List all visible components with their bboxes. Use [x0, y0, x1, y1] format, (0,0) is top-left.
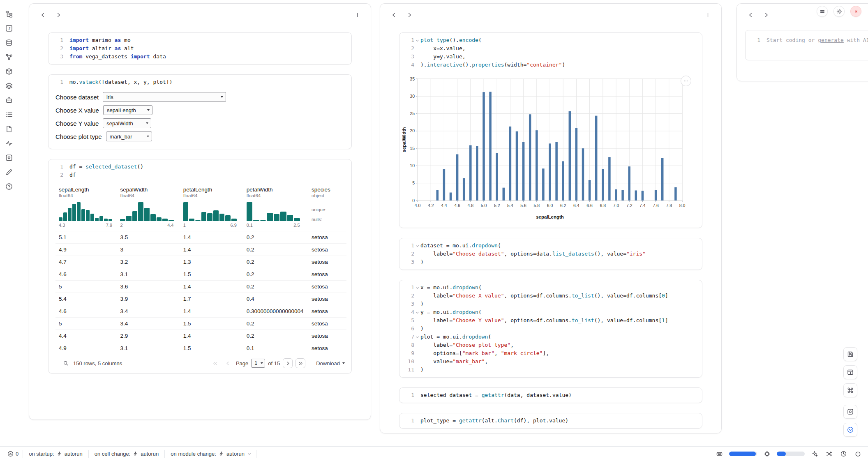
line-number: 4	[404, 61, 414, 69]
prev-page-button[interactable]	[223, 358, 233, 368]
fold-chevron-icon[interactable]	[414, 242, 420, 250]
error-count-chip[interactable]: 0	[3, 451, 23, 457]
sidebar-item-datasources[interactable]	[5, 39, 14, 47]
sidebar-item-scratchpad[interactable]	[5, 154, 14, 162]
table-row: 4.42.91.40.2setosa	[55, 330, 346, 342]
column-header-sepalLength[interactable]: sepalLengthfloat644.37.9	[55, 184, 117, 231]
column-2-cells: 1plot_type().encode(2 x=x.value,3 y=y.va…	[380, 22, 721, 429]
table-cell: 0.2	[243, 330, 308, 342]
column-2-next-button[interactable]	[404, 9, 415, 20]
sidebar-item-layers[interactable]	[5, 82, 14, 90]
generate-with-ai-link[interactable]: generate	[818, 37, 844, 43]
sidebar-item-logs[interactable]	[5, 139, 14, 148]
scroll-to-cell-button[interactable]	[843, 423, 857, 437]
plot-type-select[interactable]: mark_bar	[106, 131, 152, 141]
code-editor[interactable]: 1dataset = mo.ui.dropdown(2 label="Choos…	[399, 238, 702, 270]
column-1-add-cell-button[interactable]	[352, 9, 362, 20]
dataframe-table: sepalLengthfloat644.37.9sepalWidthfloat6…	[55, 184, 346, 354]
keyboard-shortcuts-button[interactable]	[843, 383, 857, 397]
new-cell-editor[interactable]: 1 Start coding or generate with AI	[745, 30, 868, 60]
history-button[interactable]	[839, 449, 848, 459]
help-icon	[5, 183, 14, 190]
code-line: plot_type().encode(	[420, 36, 482, 44]
code-editor[interactable]: 1selected_dataset = getattr(data, datase…	[399, 388, 702, 403]
save-icon	[847, 351, 854, 357]
fold-chevron-icon[interactable]	[414, 284, 420, 292]
shuffle-button[interactable]	[824, 449, 833, 459]
code-editor[interactable]: 1import marimo as mo2import altair as al…	[48, 33, 351, 64]
first-page-button[interactable]	[210, 358, 220, 368]
code-editor[interactable]: 1mo.vstack([dataset, x, y, plot])	[48, 75, 351, 90]
menu-button[interactable]	[817, 6, 828, 17]
page-select[interactable]: 1	[251, 359, 265, 368]
config-label: on startup:	[29, 451, 54, 457]
table-search-button[interactable]	[61, 358, 71, 368]
code-editor[interactable]: 1x = mo.ui.dropdown(2 label="Choose X va…	[399, 280, 702, 377]
last-page-button[interactable]	[295, 358, 305, 368]
x-value-select[interactable]: sepalLength	[103, 105, 152, 115]
table-cell: 5	[55, 281, 117, 293]
fold-chevron-icon[interactable]	[414, 333, 420, 341]
column-header-species[interactable]: speciesobjectunique:nulls:	[308, 184, 346, 231]
sidebar-item-documentation[interactable]	[5, 125, 14, 133]
column-2-add-cell-button[interactable]	[702, 9, 713, 20]
column-header-petalWidth[interactable]: petalWidthfloat640.12.5	[243, 184, 308, 231]
editor-placeholder: Start coding or generate with AI	[766, 36, 868, 54]
table-cell: 3.4	[117, 305, 180, 318]
code-editor[interactable]: 1plot_type().encode(2 x=x.value,3 y=y.va…	[399, 33, 702, 72]
y-value-select[interactable]: sepalWidth	[103, 118, 151, 128]
column-2-prev-button[interactable]	[388, 9, 399, 20]
sidebar-item-help[interactable]	[5, 182, 14, 191]
column-dtype: float64	[120, 193, 176, 198]
runtime-config-on-cell-change[interactable]: on cell change:autorun	[89, 451, 165, 457]
chart-output: 051015202530354.04.24.44.64.85.05.25.45.…	[399, 72, 702, 228]
shutdown-button[interactable]	[850, 6, 861, 17]
line-number: 3	[404, 300, 414, 308]
code-editor[interactable]: 1plot_type = getattr(alt.Chart(df), plot…	[399, 413, 702, 428]
column-header-sepalWidth[interactable]: sepalWidthfloat6424.4	[117, 184, 180, 231]
dataset-select[interactable]: iris	[103, 92, 226, 102]
panel-layout-button[interactable]	[843, 365, 857, 379]
minimap-button[interactable]	[843, 405, 857, 419]
runtime-config-on-module-change[interactable]: on module change:autorun	[165, 451, 256, 457]
floating-controls-lower	[843, 405, 857, 437]
table-cell: 3.1	[117, 268, 180, 281]
altair-chart-container[interactable]: 051015202530354.04.24.44.64.85.05.25.45.…	[401, 74, 699, 223]
altair-bar-chart[interactable]: 051015202530354.04.24.44.64.85.05.25.45.…	[401, 74, 689, 221]
dropdown-row: Choose Y valuesepalWidth	[55, 118, 344, 128]
fold-chevron-icon[interactable]	[414, 308, 420, 316]
code-editor[interactable]: 1df = selected_dataset()2df	[48, 159, 351, 182]
chart-actions-button[interactable]	[681, 76, 691, 86]
column-header-petalLength[interactable]: petalLengthfloat6416.9	[180, 184, 243, 231]
fold-chevron-icon[interactable]	[414, 36, 420, 44]
sidebar-item-dependency-graph[interactable]	[5, 53, 14, 61]
table-cell: 1.4	[180, 231, 243, 244]
column-3-prev-button[interactable]	[745, 9, 756, 20]
code-line: df = selected_dataset()	[69, 163, 143, 171]
line-number: 2	[404, 250, 414, 258]
shutdown-button[interactable]	[853, 449, 862, 459]
sidebar-item-table-of-contents[interactable]	[5, 111, 14, 119]
next-page-button[interactable]	[283, 358, 293, 368]
page-count-label: of 15	[268, 360, 280, 366]
memory-usage-meter	[777, 452, 805, 456]
settings-button[interactable]	[833, 6, 845, 17]
document-icon	[5, 125, 14, 133]
save-button[interactable]	[843, 347, 857, 361]
table-cell: setosa	[308, 231, 346, 244]
ai-sparkle-button[interactable]	[810, 449, 819, 459]
table-cell: 4.6	[55, 305, 117, 318]
sidebar-item-snippets[interactable]	[5, 168, 14, 176]
runtime-config-on-startup[interactable]: on startup:autorun	[23, 451, 88, 457]
column-1-prev-button[interactable]	[37, 9, 48, 20]
sidebar-item-functions[interactable]: f	[5, 24, 14, 32]
sidebar-item-file-explorer[interactable]	[5, 10, 14, 18]
download-button[interactable]: Download	[316, 360, 345, 366]
table-row: 5.13.51.40.2setosa	[55, 231, 346, 244]
column-1-next-button[interactable]	[53, 9, 64, 20]
sidebar-item-chat-assistant[interactable]	[5, 96, 14, 104]
line-number: 2	[53, 171, 63, 179]
column-3-next-button[interactable]	[761, 9, 771, 20]
svg-text:7.4: 7.4	[639, 203, 646, 208]
sidebar-item-packages[interactable]	[5, 67, 14, 76]
